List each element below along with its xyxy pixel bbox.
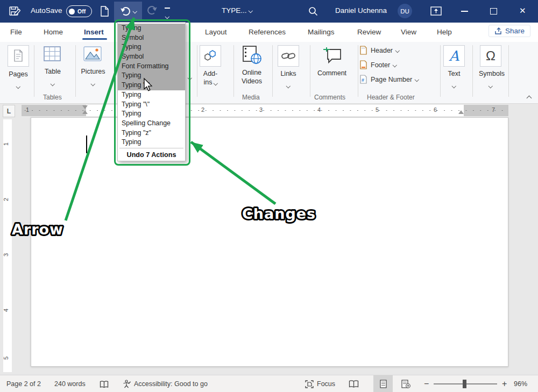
add-ins-icon xyxy=(203,49,217,62)
print-layout-button[interactable] xyxy=(373,375,393,392)
word-count[interactable]: 240 words xyxy=(54,375,86,392)
user-name: Daniel Uchenna xyxy=(335,6,387,15)
footer-chevron xyxy=(393,63,397,67)
page-indicator[interactable]: Page 2 of 2 xyxy=(6,375,41,392)
pictures-button[interactable]: Pictures xyxy=(80,46,107,87)
undo-menu-item[interactable]: Typing xyxy=(118,90,185,100)
ruler-number: 1 xyxy=(26,106,29,113)
document-title[interactable]: TYPE... xyxy=(222,6,247,15)
undo-menu-item[interactable]: Font Formatting xyxy=(118,62,185,72)
undo-actions-count: Undo 7 Actions xyxy=(118,149,185,161)
undo-menu-item[interactable]: Typing "\" xyxy=(118,100,185,110)
undo-menu-item[interactable]: Spelling Change xyxy=(118,119,185,129)
tab-home[interactable]: Home xyxy=(44,23,63,42)
table-chevron xyxy=(51,81,55,85)
tab-mailings[interactable]: Mailings xyxy=(308,23,335,42)
menu-separator xyxy=(119,148,183,148)
read-mode-button[interactable] xyxy=(349,375,359,392)
horizontal-ruler[interactable]: 1 2 3 4 5 6 7 xyxy=(22,105,508,116)
footer-button[interactable]: Footer xyxy=(359,60,397,69)
zoom-level[interactable]: 96% xyxy=(514,375,527,392)
minimize-button[interactable] xyxy=(461,11,468,12)
undo-button[interactable] xyxy=(114,2,142,21)
undo-dropdown-chevron[interactable] xyxy=(133,9,137,13)
proofing-icon[interactable] xyxy=(100,375,109,392)
ruler-number: 3 xyxy=(3,253,9,256)
links-button[interactable]: Links xyxy=(277,45,300,89)
pages-button[interactable]: Pages xyxy=(6,45,30,90)
save-icon[interactable] xyxy=(9,5,20,17)
zoom-slider[interactable] xyxy=(434,375,497,392)
zoom-out-button[interactable]: − xyxy=(424,375,429,392)
autosave-toggle[interactable]: Off xyxy=(66,5,92,17)
tab-references[interactable]: References xyxy=(249,23,286,42)
page-number-chevron xyxy=(415,77,419,82)
book-icon xyxy=(100,380,109,388)
table-label: Table xyxy=(40,67,66,76)
first-line-indent-marker[interactable] xyxy=(82,105,88,109)
zoom-track[interactable] xyxy=(434,383,497,384)
tab-help[interactable]: Help xyxy=(437,23,452,42)
pages-label: Pages xyxy=(6,70,30,79)
hanging-indent-marker[interactable] xyxy=(82,110,88,114)
avatar-initials: DU xyxy=(400,8,409,15)
online-videos-label-2: Videos xyxy=(239,77,265,85)
toggle-knob xyxy=(69,9,75,15)
pictures-icon xyxy=(83,46,102,61)
selected-tab-underline xyxy=(82,38,107,40)
add-ins-button[interactable]: Add- ins xyxy=(199,45,222,87)
group-separator xyxy=(310,45,310,97)
undo-menu-item[interactable]: Typing xyxy=(118,138,185,147)
header-button[interactable]: Header xyxy=(359,46,399,55)
online-videos-button[interactable]: Online Videos xyxy=(239,45,265,85)
share-button[interactable]: Share xyxy=(489,25,530,37)
undo-menu-item[interactable]: Symbol xyxy=(118,33,185,43)
undo-menu-item[interactable]: Typing xyxy=(118,109,185,119)
header-label: Header xyxy=(371,47,393,54)
right-indent-marker[interactable] xyxy=(458,110,464,114)
undo-menu-item[interactable]: Typing xyxy=(118,42,185,52)
undo-menu-item[interactable]: Typing xyxy=(118,24,185,33)
zoom-thumb[interactable] xyxy=(463,380,466,388)
undo-menu-item[interactable]: Typing "\" xyxy=(118,81,185,90)
search-icon[interactable] xyxy=(308,6,318,17)
ribbon-display-options-icon[interactable] xyxy=(430,6,442,16)
focus-label: Focus xyxy=(317,380,335,388)
focus-button[interactable]: Focus xyxy=(305,375,335,392)
ribbon: Pages Table Tables Pictures xyxy=(0,42,538,104)
word-window: AutoSave Off TYPE... xyxy=(0,0,538,392)
zoom-in-button[interactable]: + xyxy=(502,375,507,392)
add-ins-label-2: ins xyxy=(199,78,222,87)
document-page[interactable] xyxy=(31,117,508,367)
undo-menu-item[interactable]: Typing "z" xyxy=(118,129,185,138)
maximize-button[interactable] xyxy=(490,8,497,15)
doc-title-chevron[interactable] xyxy=(249,9,253,13)
avatar[interactable]: DU xyxy=(398,4,412,18)
comment-button[interactable]: Comment xyxy=(316,45,348,77)
group-label-comments: Comments xyxy=(314,94,345,101)
new-document-icon[interactable] xyxy=(99,5,110,17)
text-button[interactable]: A Text xyxy=(443,45,465,89)
symbols-button[interactable]: Ω Symbols xyxy=(479,45,502,89)
hidden-button-chevron[interactable] xyxy=(188,76,192,80)
tab-file[interactable]: File xyxy=(10,23,22,42)
table-button[interactable]: Table xyxy=(40,46,66,87)
page-number-button[interactable]: # Page Number xyxy=(359,75,419,84)
text-label: Text xyxy=(443,69,465,78)
tab-review[interactable]: Review xyxy=(357,23,381,42)
symbols-label: Symbols xyxy=(479,69,502,78)
web-layout-button[interactable] xyxy=(401,375,410,392)
customize-qat-icon[interactable] xyxy=(165,8,170,20)
undo-menu-item[interactable]: Symbol xyxy=(118,52,185,62)
tab-stop-selector[interactable]: L xyxy=(3,105,15,117)
tab-layout[interactable]: Layout xyxy=(205,23,227,42)
collapse-ribbon-chevron[interactable] xyxy=(527,96,532,101)
online-videos-label-1: Online xyxy=(239,68,265,77)
accessibility-status[interactable]: Accessibility: Good to go xyxy=(123,375,208,392)
header-icon xyxy=(359,46,367,55)
undo-menu-item[interactable]: Typing xyxy=(118,71,185,81)
links-icon xyxy=(281,52,295,60)
vertical-ruler[interactable]: 1 2 3 4 5 xyxy=(3,119,12,372)
tab-view[interactable]: View xyxy=(401,23,416,42)
close-button[interactable]: ✕ xyxy=(519,6,526,16)
